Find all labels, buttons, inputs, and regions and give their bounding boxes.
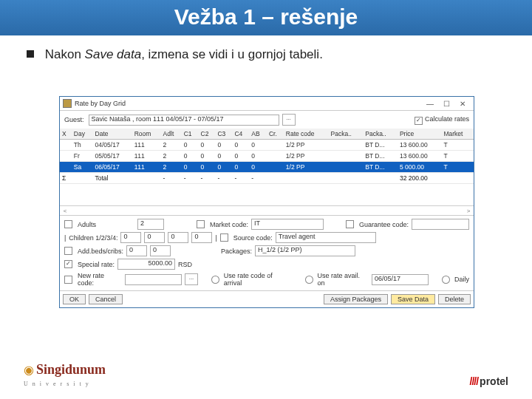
children-label: Children 1/2/3/4: [69, 234, 117, 242]
addbeds-checkbox[interactable] [64, 247, 72, 255]
column-header[interactable]: Cr. [267, 129, 284, 140]
special-rate-field[interactable]: 5000.00 [117, 259, 175, 270]
newrate-lookup-button[interactable]: ... [185, 273, 198, 285]
rate-by-day-window: Rate by Day Grid — ☐ ✕ Guest: Savic Nata… [59, 96, 474, 308]
column-header[interactable]: Price [398, 129, 442, 140]
scroll-left-icon[interactable]: < [60, 208, 70, 214]
singidunum-logo: ◉ Singidunum U n i v e r s i t y [24, 362, 106, 389]
save-data-button[interactable]: Save Data [391, 294, 435, 304]
cancel-button[interactable]: Cancel [89, 294, 123, 304]
column-header[interactable]: C4 [232, 129, 249, 140]
special-checkbox[interactable]: ✓ [64, 260, 72, 268]
child3-field[interactable]: 0 [168, 232, 188, 243]
guarantee-field[interactable] [412, 219, 469, 230]
column-header[interactable]: AB [249, 129, 267, 140]
daily-label: Daily [454, 276, 469, 283]
delete-button[interactable]: Delete [438, 294, 471, 304]
child2-field[interactable]: 0 [144, 232, 165, 243]
source-label: Source code: [233, 234, 273, 242]
column-header[interactable]: C3 [215, 129, 232, 140]
column-header[interactable]: C2 [199, 129, 216, 140]
button-row: OK Cancel Assign Packages Save Data Dele… [60, 290, 474, 307]
source-checkbox[interactable] [220, 233, 228, 242]
guest-lookup-button[interactable]: ... [282, 114, 296, 126]
packages-label: Packages: [221, 248, 252, 255]
source-field[interactable]: Travel agent [276, 232, 376, 243]
app-icon [63, 99, 72, 108]
guest-input[interactable]: Savic Nataša , room 111 04/05/17 - 07/05… [89, 115, 279, 126]
addbeds2-field[interactable]: 0 [150, 245, 171, 256]
child4-field[interactable]: 0 [191, 232, 212, 243]
guest-row: Guest: Savic Nataša , room 111 04/05/17 … [60, 111, 474, 129]
use-arrival-label: Use rate code of arrival [224, 272, 292, 287]
adults-label: Adults [78, 221, 96, 228]
column-header[interactable]: Room [132, 129, 161, 140]
bullet-post: , izmena se vidi i u gornjoj tabeli. [141, 47, 323, 61]
horizontal-scrollbar[interactable]: < > [60, 205, 474, 215]
table-row[interactable]: Fr05/05/171112000001/2 PPBT D...13 600.0… [60, 151, 474, 162]
form-area: Adults 2 Market code: IT Guarantee code:… [60, 215, 474, 290]
bullet-text: Nakon Save data, izmena se vidi i u gorn… [0, 35, 532, 62]
addbeds-label: Add.beds/cribs: [78, 248, 123, 255]
table-row[interactable]: ΣTotal------32 200.00 [60, 173, 474, 184]
column-header[interactable]: Market [441, 129, 474, 140]
market-field[interactable]: IT [251, 219, 324, 230]
use-avail-date-field[interactable]: 06/05/17 [372, 274, 429, 285]
maximize-button[interactable]: ☐ [438, 100, 454, 108]
special-label: Special rate: [78, 261, 115, 268]
slide-title: Vežba 1 – rešenje [0, 0, 532, 35]
packages-field[interactable]: H_1/2 (1/2 PP) [255, 245, 355, 256]
column-header[interactable]: Adlt [161, 129, 182, 140]
assign-packages-button[interactable]: Assign Packages [324, 294, 388, 304]
bullet-square-icon [27, 50, 34, 58]
market-label: Market code: [210, 221, 248, 228]
protel-logo: ////protel [470, 375, 508, 387]
use-arrival-radio[interactable] [211, 276, 219, 284]
column-header[interactable]: Day [72, 129, 93, 140]
bullet-pre: Nakon [45, 47, 85, 61]
newrate-label: New rate code: [78, 272, 122, 287]
column-header[interactable]: Rate code [284, 129, 329, 140]
bullet-em: Save data [85, 47, 142, 61]
use-avail-label: Use rate avail. on [318, 272, 369, 287]
guest-label: Guest: [64, 116, 84, 123]
titlebar: Rate by Day Grid — ☐ ✕ [60, 97, 474, 111]
use-avail-radio[interactable] [305, 276, 313, 284]
ok-button[interactable]: OK [63, 294, 86, 304]
newrate-checkbox[interactable] [64, 276, 72, 284]
special-currency: RSD [178, 261, 192, 268]
newrate-field[interactable] [125, 274, 182, 285]
rate-grid[interactable]: XDayDateRoomAdltC1C2C3C4ABCr.Rate codePa… [60, 129, 474, 184]
minimize-button[interactable]: — [422, 100, 438, 108]
market-checkbox[interactable] [197, 220, 205, 228]
addbeds1-field[interactable]: 0 [126, 245, 147, 256]
child1-field[interactable]: 0 [120, 232, 141, 243]
table-row[interactable]: Th04/05/171112000001/2 PPBT D...13 600.0… [60, 140, 474, 151]
guarantee-checkbox[interactable] [346, 220, 354, 228]
column-header[interactable]: Packa.. [363, 129, 398, 140]
grid-wrap: XDayDateRoomAdltC1C2C3C4ABCr.Rate codePa… [60, 129, 474, 205]
column-header[interactable]: Date [93, 129, 132, 140]
column-header[interactable]: C1 [182, 129, 199, 140]
table-row[interactable]: Sa06/05/171112000001/2 PPBT D...5 000.00… [60, 162, 474, 173]
scroll-right-icon[interactable]: > [463, 208, 474, 214]
column-header[interactable]: X [60, 129, 72, 140]
column-header[interactable]: Packa.. [329, 129, 364, 140]
adults-field[interactable]: 2 [137, 219, 164, 230]
calculate-rates-label: Calculate rates [425, 115, 469, 123]
calculate-rates-checkbox[interactable]: ✓Calculate rates [415, 115, 469, 125]
daily-radio[interactable] [442, 276, 450, 284]
close-button[interactable]: ✕ [454, 100, 471, 108]
adults-checkbox[interactable] [64, 220, 72, 228]
window-title: Rate by Day Grid [75, 100, 422, 107]
guarantee-label: Guarantee code: [359, 221, 409, 228]
